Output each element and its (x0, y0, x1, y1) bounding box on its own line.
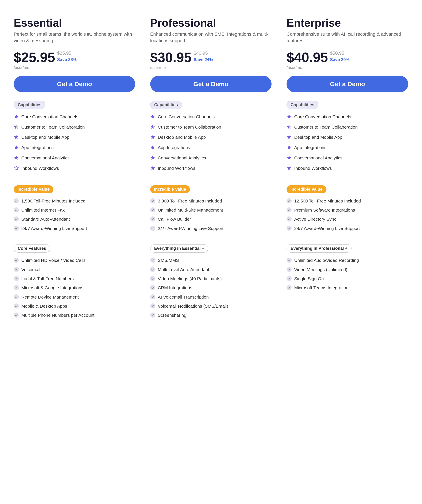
feature-item: Unlimited HD Voice / Video Calls (14, 257, 135, 263)
check-icon (150, 258, 155, 263)
feature-item: Voicemail (14, 266, 135, 273)
capability-label: Desktop and Mobile App (158, 134, 206, 140)
value-label: 24/7 Award-Winning Live Support (158, 225, 223, 231)
value-label: Unlimited Internet Fax (21, 207, 64, 213)
capability-label: Customer to Team Collaboration (158, 124, 221, 130)
check-icon (150, 216, 155, 222)
capability-item: Inbound Workflows (150, 165, 272, 173)
capability-item: Customer to Team Collaboration (287, 124, 408, 131)
feature-item: Microsoft Teams Integration (287, 285, 408, 291)
check-icon (14, 312, 19, 318)
svg-point-43 (287, 226, 291, 231)
value-item: Unlimited Multi-Site Management (150, 207, 272, 213)
capability-label: Conversational Analytics (21, 155, 70, 161)
check-icon (150, 267, 155, 272)
value-label: 1,500 Toll-Free Minutes Included (21, 198, 85, 204)
capability-item: App Integrations (14, 144, 135, 152)
capability-label: App Integrations (21, 144, 54, 150)
svg-marker-3 (14, 145, 18, 149)
star-icon (14, 155, 19, 162)
svg-point-12 (14, 276, 18, 281)
feature-label: Multi-Level Auto Attendant (158, 266, 209, 273)
feature-item: SMS/MMS (150, 257, 272, 263)
feature-label: Video Meetings (40 Participants) (158, 276, 222, 282)
svg-marker-20 (151, 145, 155, 149)
value-label: 3,000 Toll-Free Minutes Included (158, 198, 222, 204)
capability-item: Desktop and Mobile App (150, 134, 272, 141)
value-label: Active Directory Sync (294, 216, 336, 222)
check-icon (14, 216, 19, 222)
svg-point-9 (14, 226, 18, 231)
feature-item: Single Sign On (287, 276, 408, 282)
feature-item: Multiple Phone Numbers per Account (14, 312, 135, 318)
capabilities-badge: Capabilities (287, 101, 318, 109)
star-icon (287, 166, 292, 173)
capability-item: Core Conversation Channels (287, 114, 408, 121)
svg-point-44 (287, 258, 291, 263)
capability-label: App Integrations (158, 144, 190, 150)
price-save: Save 28% (57, 57, 76, 62)
feature-item: Mobile & Desktop Apps (14, 303, 135, 309)
star-icon (14, 145, 19, 152)
check-icon (14, 258, 19, 263)
value-label: 24/7 Award-Winning Live Support (294, 225, 360, 231)
star-icon (150, 114, 155, 121)
price-save: Save 24% (193, 57, 213, 62)
feature-label: Voicemail Notifications (SMS/Email) (158, 303, 228, 309)
feature-label: Local & Toll-Free Numbers (21, 276, 74, 282)
feature-label: Single Sign On (294, 276, 324, 282)
capability-label: Customer to Team Collaboration (294, 124, 358, 130)
svg-marker-36 (287, 135, 291, 139)
value-list: 12,500 Toll-Free Minutes Included Premiu… (287, 198, 408, 232)
svg-point-30 (150, 285, 155, 290)
value-label: 24/7 Award-Winning Live Support (21, 225, 87, 231)
plan-name: Essential (14, 17, 135, 29)
price-period: /user/mo (287, 65, 408, 70)
capability-label: Inbound Workflows (21, 165, 59, 171)
capabilities-badge: Capabilities (150, 101, 182, 109)
capability-item: Customer to Team Collaboration (150, 124, 272, 131)
check-icon (150, 285, 155, 290)
value-label: Standard Auto-Attendant (21, 216, 70, 222)
value-item: 12,500 Toll-Free Minutes Included (287, 198, 408, 204)
feature-label: Unlimited HD Voice / Video Calls (21, 257, 85, 263)
check-icon (14, 276, 19, 281)
capability-label: Conversational Analytics (158, 155, 206, 161)
svg-marker-18 (151, 125, 155, 129)
feature-item: Video Meetings (Unlimited) (287, 266, 408, 273)
check-icon (150, 207, 155, 212)
plan-desc: Perfect for small teams: the world's #1 … (14, 31, 135, 44)
demo-button[interactable]: Get a Demo (287, 76, 408, 92)
capability-label: Desktop and Mobile App (294, 134, 342, 140)
divider (287, 239, 408, 239)
check-icon (287, 216, 292, 222)
value-item: Standard Auto-Attendant (14, 216, 135, 222)
star-icon (150, 134, 155, 141)
plan-card-enterprise: Enterprise Comprehensive suite with AI, … (279, 8, 416, 334)
capability-label: Conversational Analytics (294, 155, 342, 161)
feature-label: Microsoft Teams Integration (294, 285, 349, 291)
check-icon (150, 198, 155, 203)
star-icon (150, 155, 155, 162)
capabilities-list: Core Conversation Channels Customer to T… (287, 114, 408, 173)
price-old: $35.95 (57, 50, 71, 56)
svg-point-27 (150, 258, 155, 263)
svg-point-6 (14, 198, 18, 203)
star-icon (150, 145, 155, 152)
svg-marker-1 (14, 125, 18, 129)
capability-item: Inbound Workflows (287, 165, 408, 173)
svg-marker-38 (287, 156, 291, 160)
demo-button[interactable]: Get a Demo (14, 76, 135, 92)
capability-item: App Integrations (150, 144, 272, 152)
capability-item: Desktop and Mobile App (287, 134, 408, 141)
feature-label: CRM Integrations (158, 285, 192, 291)
value-item: 24/7 Award-Winning Live Support (287, 225, 408, 231)
demo-button[interactable]: Get a Demo (150, 76, 272, 92)
svg-point-14 (14, 294, 18, 299)
feature-item: Unlimited Audio/Video Recording (287, 257, 408, 263)
feature-label: Screensharing (158, 312, 186, 318)
svg-marker-37 (287, 145, 291, 149)
plan-name: Enterprise (287, 17, 408, 29)
star-icon (287, 155, 292, 162)
plan-name: Professional (150, 17, 272, 29)
